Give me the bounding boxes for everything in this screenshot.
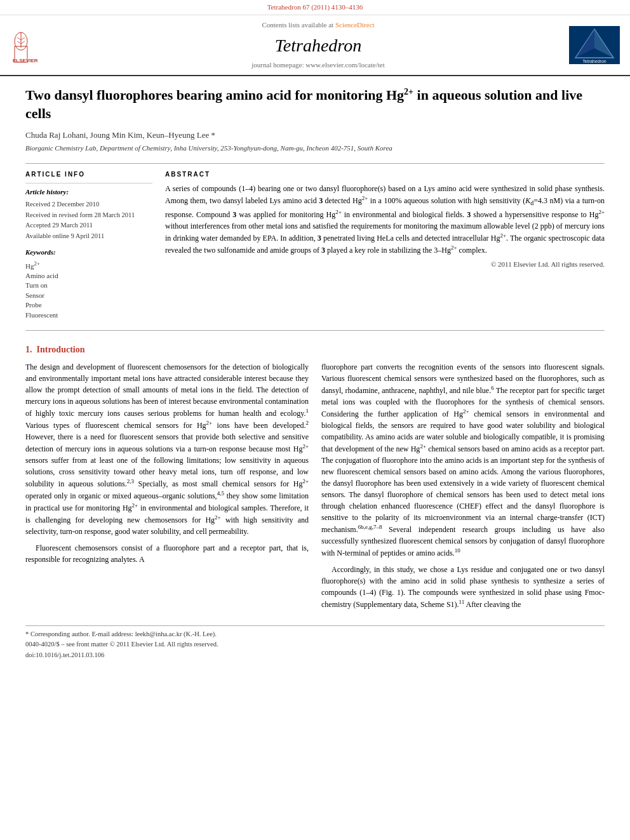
section-1-title: 1. Introduction [25, 343, 605, 356]
abstract-col: ABSTRACT A series of compounds (1–4) bea… [165, 170, 605, 320]
journal-header: ELSEVIER Contents lists available at Sci… [0, 15, 630, 76]
keyword-2: Amino acid [25, 271, 152, 281]
copyright-notice: © 2011 Elsevier Ltd. All rights reserved… [165, 260, 605, 269]
divider-2 [25, 330, 605, 331]
revised-date: Received in revised form 28 March 2011 [25, 211, 152, 220]
intro-para-4: Accordingly, in this study, we chose a L… [321, 564, 605, 610]
top-bar: Tetrahedron 67 (2011) 4130–4136 [0, 0, 630, 15]
svg-text:Tetrahedron: Tetrahedron [582, 59, 606, 63]
divider-1 [25, 163, 605, 164]
article-info-col: ARTICLE INFO Article history: Received 2… [25, 170, 152, 320]
journal-center-info: Contents lists available at ScienceDirec… [67, 20, 569, 70]
intro-para-1: The design and development of fluorescen… [25, 361, 309, 537]
accepted-date: Accepted 29 March 2011 [25, 221, 152, 230]
keyword-6: Fluorescent [25, 310, 152, 320]
journal-homepage: journal homepage: www.elsevier.com/locat… [67, 60, 569, 70]
abstract-text: A series of compounds (1–4) bearing one … [165, 183, 605, 255]
available-date: Available online 9 April 2011 [25, 232, 152, 241]
keywords-label: Keywords: [25, 248, 152, 257]
article-title: Two dansyl fluorophores bearing amino ac… [25, 86, 605, 123]
section-1-body: The design and development of fluorescen… [25, 361, 605, 615]
intro-para-3: fluorophore part converts the recognitio… [321, 361, 605, 559]
tetrahedron-logo: Tetrahedron [569, 26, 620, 64]
issn-notice: 0040-4020/$ – see front matter © 2011 El… [25, 640, 605, 650]
footer-notes: * Corresponding author. E-mail address: … [25, 625, 605, 660]
elsevier-logo: ELSEVIER [10, 26, 67, 64]
section-1-col2: fluorophore part converts the recognitio… [321, 361, 605, 615]
intro-para-2: Fluorescent chemosensors consist of a fl… [25, 542, 309, 565]
article-info-abstract: ARTICLE INFO Article history: Received 2… [25, 170, 605, 320]
article-content: Two dansyl fluorophores bearing amino ac… [0, 76, 630, 671]
keyword-3: Turn on [25, 281, 152, 290]
sciencedirect-link[interactable]: ScienceDirect [335, 21, 375, 29]
doi-notice: doi:10.1016/j.tet.2011.03.106 [25, 651, 605, 660]
journal-title: Tetrahedron [67, 33, 569, 58]
keyword-4: Sensor [25, 291, 152, 300]
sciencedirect-notice: Contents lists available at ScienceDirec… [67, 20, 569, 30]
keyword-1: Hg2+ [25, 260, 152, 271]
svg-text:ELSEVIER: ELSEVIER [13, 58, 38, 63]
received-date: Received 2 December 2010 [25, 200, 152, 210]
abstract-section-header: ABSTRACT [165, 170, 605, 179]
journal-citation: Tetrahedron 67 (2011) 4130–4136 [267, 3, 363, 11]
section-1: 1. Introduction The design and developme… [25, 343, 605, 615]
article-history-block: Article history: Received 2 December 201… [25, 183, 152, 241]
keywords-block: Keywords: Hg2+ Amino acid Turn on Sensor… [25, 248, 152, 320]
history-label: Article history: [25, 187, 152, 197]
article-info-section-header: ARTICLE INFO [25, 170, 152, 179]
authors: Chuda Raj Lohani, Joung Min Kim, Keun–Hy… [25, 130, 605, 141]
affiliation: Biorganic Chemistry Lab, Department of C… [25, 143, 605, 153]
star-footnote: * Corresponding author. E-mail address: … [25, 630, 605, 639]
keyword-5: Probe [25, 300, 152, 310]
section-1-col1: The design and development of fluorescen… [25, 361, 309, 615]
